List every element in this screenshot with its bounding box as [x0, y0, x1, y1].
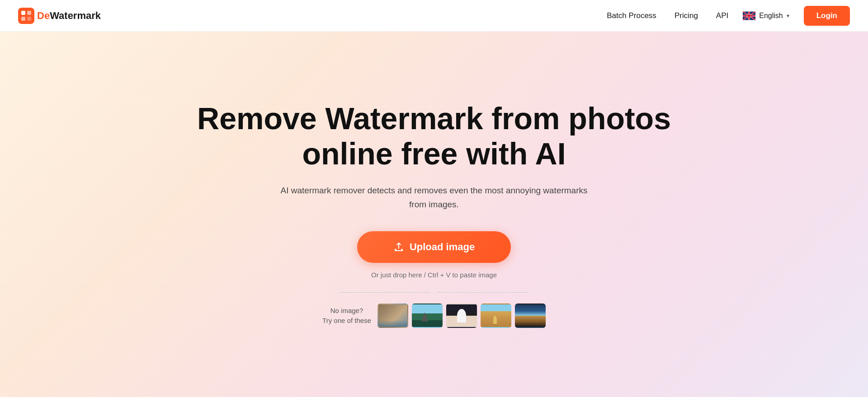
- logo[interactable]: DeWatermark: [18, 8, 101, 24]
- main-hero: Remove Watermark from photos online free…: [0, 0, 868, 397]
- upload-button[interactable]: Upload image: [357, 231, 511, 263]
- upload-icon: [393, 242, 404, 252]
- sample-image-5[interactable]: [515, 304, 546, 328]
- upload-button-label: Upload image: [410, 241, 475, 253]
- uk-flag-icon: [743, 11, 755, 20]
- login-button[interactable]: Login: [804, 6, 850, 26]
- svg-rect-0: [18, 8, 34, 24]
- sample-image-2[interactable]: [412, 304, 443, 328]
- sample-label: No image? Try one of these: [322, 306, 371, 326]
- nav-pricing[interactable]: Pricing: [675, 11, 698, 20]
- divider-left: [339, 292, 430, 293]
- sample-images: [377, 304, 546, 328]
- sample-section: No image? Try one of these: [322, 304, 546, 328]
- hero-title: Remove Watermark from photos online free…: [185, 101, 683, 171]
- nav: Batch Process Pricing API: [607, 11, 728, 20]
- svg-rect-4: [27, 17, 31, 21]
- svg-rect-2: [27, 11, 31, 15]
- language-label: English: [759, 12, 783, 20]
- divider-right: [438, 292, 529, 293]
- hero-subtitle: AI watermark remover detects and removes…: [276, 184, 592, 211]
- header-right: Batch Process Pricing API English ▾ Logi…: [607, 6, 850, 26]
- drop-hint: Or just drop here / Ctrl + V to paste im…: [371, 271, 497, 279]
- nav-batch-process[interactable]: Batch Process: [607, 11, 656, 20]
- sample-image-4[interactable]: [481, 304, 511, 328]
- divider-row: [339, 292, 529, 293]
- svg-rect-1: [21, 11, 25, 15]
- language-selector[interactable]: English ▾: [743, 11, 789, 20]
- logo-text: DeWatermark: [37, 10, 101, 22]
- sample-image-3[interactable]: [446, 304, 477, 328]
- header: DeWatermark Batch Process Pricing API En…: [0, 0, 868, 32]
- chevron-down-icon: ▾: [787, 13, 789, 19]
- nav-api[interactable]: API: [716, 11, 728, 20]
- svg-rect-3: [21, 17, 25, 21]
- logo-icon: [18, 8, 34, 24]
- sample-image-1[interactable]: [377, 304, 408, 328]
